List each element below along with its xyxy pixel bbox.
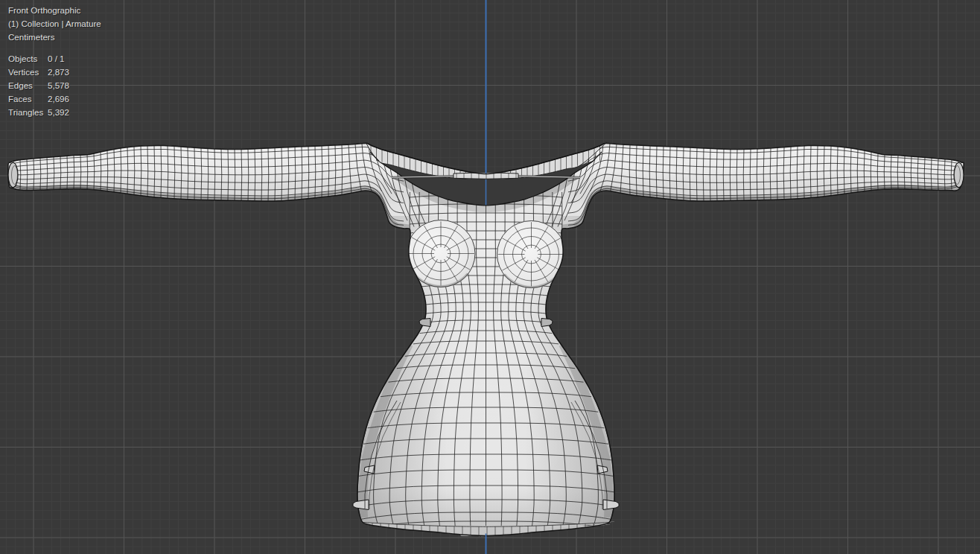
svg-text:5,392: 5,392 [48, 107, 69, 117]
svg-text:Faces: Faces [8, 94, 32, 104]
svg-text:(1) Collection | Armature: (1) Collection | Armature [8, 19, 101, 28]
svg-text:Front Orthographic: Front Orthographic [8, 5, 81, 15]
svg-text:2,873: 2,873 [48, 67, 69, 77]
svg-text:0 / 1: 0 / 1 [48, 54, 65, 63]
svg-text:Centimeters: Centimeters [8, 32, 55, 42]
svg-text:5,578: 5,578 [48, 80, 69, 90]
svg-text:Vertices: Vertices [8, 67, 39, 77]
svg-text:Objects: Objects [8, 54, 38, 63]
svg-text:2,696: 2,696 [48, 94, 69, 104]
svg-text:Triangles: Triangles [8, 107, 43, 117]
svg-text:Edges: Edges [8, 80, 33, 90]
